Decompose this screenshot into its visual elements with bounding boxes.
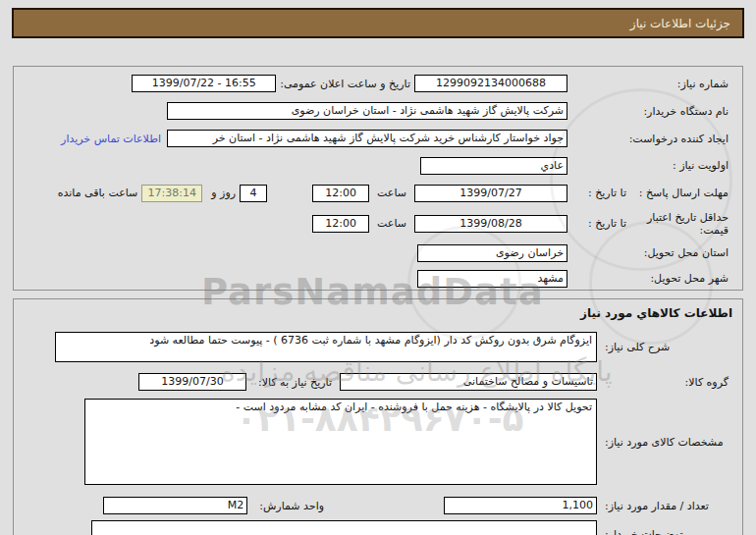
- buyer-org-label: نام دستگاه خریدار:: [567, 105, 742, 118]
- request-creator-label: ایجاد کننده درخواست:: [567, 133, 742, 145]
- delivery-city-field[interactable]: مشهد: [417, 270, 567, 288]
- goods-group-field[interactable]: تاسیسات و مصالح ساختمانی: [340, 373, 597, 391]
- unit-field[interactable]: M2: [103, 497, 247, 514]
- validity-time-value: 12:00: [325, 217, 356, 230]
- deadline-date-field[interactable]: 1399/07/27: [414, 185, 567, 202]
- goods-group-row: گروه کالا: تاسیسات و مصالح ساختمانی تاری…: [14, 367, 742, 397]
- unit-value: M2: [228, 499, 244, 511]
- goods-info-panel: اطلاعات کالاهاي مورد نیاز شرح کلی نیاز: …: [13, 298, 743, 535]
- priority-row: اولویت نیاز : عادي: [14, 152, 742, 179]
- validity-date-value: 1399/08/28: [459, 217, 521, 230]
- remaining-hours-label: ساعت باقی مانده: [58, 187, 138, 199]
- need-description-label: شرح کلی نیاز:: [597, 341, 742, 353]
- deadline-time-value: 12:00: [325, 187, 356, 199]
- goods-need-date-label: تاریخ نیاز به کالا:: [258, 376, 332, 389]
- quantity-field[interactable]: 1,100: [444, 497, 597, 514]
- need-description-row: شرح کلی نیاز: ایزوگام شرق بدون روکش کد د…: [14, 326, 742, 367]
- validity-until-label: تا تاریخ :: [567, 217, 632, 230]
- priority-label: اولویت نیاز :: [567, 159, 742, 172]
- goods-group-label: گروه کالا:: [597, 376, 742, 389]
- remaining-days-value: 4: [250, 187, 257, 199]
- unit-label: واحد شمارش:: [259, 500, 324, 512]
- remaining-time-value: 17:38:14: [148, 187, 196, 199]
- announce-datetime-label: تاریخ و ساعت اعلان عمومی:: [280, 78, 410, 90]
- quantity-value: 1,100: [563, 499, 594, 511]
- days-and-label: روز و: [211, 187, 236, 199]
- delivery-province-row: استان محل تحویل: خراسان رضوی: [14, 240, 742, 266]
- page-title: جزئیات اطلاعات نیاز: [630, 17, 730, 30]
- goods-need-date-field[interactable]: 1399/07/30: [138, 373, 246, 391]
- validity-hour-label: ساعت: [377, 217, 406, 230]
- goods-need-date-value: 1399/07/30: [161, 375, 223, 388]
- request-creator-row: ایجاد کننده درخواست: جواد خواستار کارشنا…: [14, 125, 742, 152]
- goods-spec-row: مشخصات کالای مورد نیاز: تحویل کالا در پا…: [14, 397, 742, 487]
- need-description-field[interactable]: ایزوگام شرق بدون روکش کد دار (ایزوگام مش…: [55, 332, 597, 362]
- quantity-label: تعداد / مقدار مورد نیاز:: [597, 500, 742, 512]
- validity-time-field[interactable]: 12:00: [312, 215, 369, 233]
- need-number-field[interactable]: 1299092134000688: [414, 75, 567, 92]
- buyer-notes-label: توضیحات خریدار:: [597, 520, 742, 535]
- reply-deadline-row: مهلت ارسال پاسخ : تا تاریخ : 1399/07/27 …: [14, 179, 742, 207]
- deadline-hour-label: ساعت: [377, 187, 406, 199]
- buyer-contact-link[interactable]: اطلاعات تماس خریدار: [61, 133, 161, 145]
- goods-section-title: اطلاعات کالاهاي مورد نیاز: [14, 303, 742, 323]
- reply-deadline-label: مهلت ارسال پاسخ :: [632, 187, 742, 199]
- priority-field[interactable]: عادي: [420, 157, 567, 175]
- delivery-city-label: شهر محل تحویل:: [567, 272, 742, 285]
- need-details-page: جزئیات اطلاعات نیاز شماره نیاز: 12990921…: [0, 0, 756, 535]
- delivery-province-label: استان محل تحویل:: [567, 246, 742, 259]
- buyer-org-field[interactable]: شرکت پالایش گاز شهید هاشمی نژاد - استان …: [167, 102, 567, 120]
- buyer-notes-row: توضیحات خریدار:: [14, 520, 742, 535]
- goods-spec-field[interactable]: تحویل کالا در پالایشگاه - هزینه حمل با ف…: [84, 399, 597, 485]
- delivery-city-row: شهر محل تحویل: مشهد: [14, 266, 742, 291]
- remaining-days-field[interactable]: 4: [240, 185, 267, 202]
- buyer-org-row: نام دستگاه خریدار: شرکت پالایش گاز شهید …: [14, 97, 742, 125]
- page-title-bar: جزئیات اطلاعات نیاز: [12, 8, 744, 38]
- need-info-panel: شماره نیاز: 1299092134000688 تاریخ و ساع…: [13, 66, 743, 291]
- remaining-time-badge: 17:38:14: [141, 185, 202, 202]
- goods-spec-label: مشخصات کالای مورد نیاز:: [597, 436, 742, 449]
- deadline-date-value: 1399/07/27: [459, 187, 521, 199]
- buyer-notes-field[interactable]: [91, 520, 597, 535]
- price-validity-label: حداقل تاریخ اعتبار قیمت:: [632, 211, 742, 237]
- need-number-value: 1299092134000688: [436, 77, 546, 89]
- need-number-row: شماره نیاز: 1299092134000688 تاریخ و ساع…: [14, 70, 742, 97]
- request-creator-field[interactable]: جواد خواستار کارشناس خرید شرکت پالایش گا…: [167, 130, 567, 147]
- price-validity-row: حداقل تاریخ اعتبار قیمت: تا تاریخ : 1399…: [14, 207, 742, 240]
- quantity-row: تعداد / مقدار مورد نیاز: 1,100 واحد شمار…: [14, 491, 742, 520]
- need-number-label: شماره نیاز:: [567, 78, 742, 90]
- deadline-time-field[interactable]: 12:00: [312, 185, 369, 202]
- deadline-until-label: تا تاریخ :: [567, 187, 632, 199]
- delivery-province-field[interactable]: خراسان رضوی: [417, 244, 567, 262]
- validity-date-field[interactable]: 1399/08/28: [414, 215, 567, 233]
- announce-datetime-value: 1399/07/22 - 16:55: [152, 77, 256, 89]
- announce-datetime-field[interactable]: 1399/07/22 - 16:55: [132, 75, 276, 92]
